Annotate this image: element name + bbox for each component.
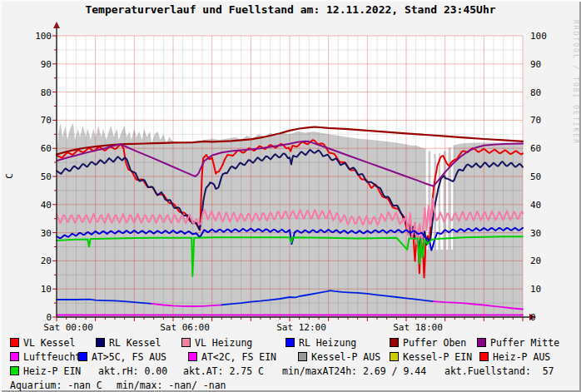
svg-text:80: 80 — [530, 87, 541, 98]
legend-swatch-icon — [479, 352, 489, 361]
legend-item: akt.AT: 2.75 C — [183, 365, 282, 377]
legend-swatch-icon — [298, 352, 307, 361]
legend-label: VL Kessel — [23, 337, 75, 349]
legend-label: Puffer Oben — [403, 337, 466, 349]
legend-row: VL KesselRL KesselVL HeizungRL HeizungPu… — [10, 335, 576, 350]
legend-swatch-icon — [78, 352, 87, 361]
legend-item: VL Kessel — [10, 337, 96, 349]
legend-label: akt.rH: 0.00 — [98, 365, 167, 377]
svg-text:Sat 00:00: Sat 00:00 — [43, 322, 93, 333]
legend-label: akt.AT: 2.75 C — [183, 365, 264, 377]
legend-item: RL Heizung — [286, 337, 390, 349]
svg-text:50: 50 — [530, 171, 541, 182]
rrdtool-graph: Temperaturverlauf und Fuellstand am: 12.… — [0, 0, 581, 392]
svg-text:100: 100 — [530, 31, 547, 42]
svg-text:Sat 12:00: Sat 12:00 — [276, 322, 326, 333]
legend-swatch-icon — [390, 352, 399, 361]
legend-row: Heiz-P EINakt.rH: 0.00akt.AT: 2.75 Cmin/… — [10, 364, 576, 378]
legend-label: Aquarium: -nan C — [10, 380, 102, 391]
legend: VL KesselRL KesselVL HeizungRL HeizungPu… — [10, 335, 576, 392]
svg-text:70: 70 — [41, 115, 52, 126]
svg-text:20: 20 — [530, 256, 541, 266]
svg-text:10: 10 — [530, 284, 541, 295]
svg-text:10: 10 — [41, 284, 52, 295]
y-axis-unit-label: C — [4, 166, 15, 186]
legend-label: akt.Fuellstand: 57 — [444, 365, 554, 377]
svg-text:40: 40 — [530, 200, 541, 211]
rrdtool-watermark: RRDTOOL / TOBI OETIKER — [572, 20, 579, 145]
legend-label: Heiz-P AUS — [493, 351, 550, 363]
svg-text:Sat 18:00: Sat 18:00 — [393, 322, 443, 333]
legend-swatch-icon — [10, 366, 19, 375]
legend-swatch-icon — [96, 338, 105, 347]
legend-item: Kessel-P EIN — [390, 351, 479, 363]
legend-label: min/max: -nan/ -nan — [117, 380, 226, 391]
legend-swatch-icon — [188, 352, 197, 361]
legend-item: Puffer Oben — [390, 337, 477, 349]
legend-label: AT<2C, FS EIN — [201, 351, 276, 363]
svg-text:90: 90 — [530, 59, 541, 70]
legend-item: AT<2C, FS EIN — [188, 351, 298, 363]
svg-text:70: 70 — [530, 115, 541, 126]
svg-text:20: 20 — [41, 256, 52, 266]
svg-text:90: 90 — [41, 59, 52, 70]
legend-label: RL Kessel — [109, 337, 161, 349]
legend-label: Kessel-P AUS — [311, 351, 380, 363]
legend-swatch-icon — [10, 352, 19, 361]
legend-item: Heiz-P AUS — [479, 351, 550, 363]
legend-swatch-icon — [181, 338, 191, 347]
legend-item: min/max: -nan/ -nan — [117, 380, 226, 391]
legend-label: VL Heizung — [195, 337, 252, 349]
legend-item: VL Heizung — [181, 337, 286, 349]
legend-label: Luftfeuchte — [23, 351, 87, 363]
legend-item: Puffer Mitte — [477, 337, 559, 349]
legend-swatch-icon — [10, 338, 19, 347]
svg-text:40: 40 — [41, 200, 52, 211]
svg-text:30: 30 — [530, 228, 541, 239]
legend-row: Aquarium: -nan Cmin/max: -nan/ -nan — [10, 378, 576, 392]
legend-swatch-icon — [390, 338, 399, 347]
svg-text:60: 60 — [41, 143, 52, 154]
legend-item: Heiz-P EIN — [10, 365, 98, 377]
legend-item: akt.Fuellstand: 57 — [444, 365, 554, 377]
legend-label: AT>5C, FS AUS — [92, 351, 166, 363]
legend-item: RL Kessel — [96, 337, 181, 349]
legend-item: akt.rH: 0.00 — [98, 365, 183, 377]
legend-label: RL Heizung — [299, 337, 356, 349]
legend-row: LuftfeuchteAT>5C, FS AUSAT<2C, FS EINKes… — [10, 350, 576, 364]
legend-label: Heiz-P EIN — [23, 365, 81, 377]
svg-text:60: 60 — [530, 143, 541, 154]
legend-label: min/maxAT24h: 2.69 / 9.44 — [282, 365, 426, 377]
svg-text:30: 30 — [41, 228, 52, 239]
legend-swatch-icon — [286, 338, 295, 347]
svg-text:100: 100 — [35, 31, 52, 42]
svg-text:50: 50 — [41, 171, 52, 182]
legend-item: Aquarium: -nan C — [10, 380, 117, 391]
legend-item: AT>5C, FS AUS — [78, 351, 188, 363]
legend-swatch-icon — [477, 338, 486, 347]
legend-item: min/maxAT24h: 2.69 / 9.44 — [282, 365, 444, 377]
legend-label: Puffer Mitte — [490, 337, 559, 349]
legend-item: Luftfeuchte — [10, 351, 78, 363]
chart-canvas: 0010102020303040405050606070708080909010… — [0, 0, 581, 333]
svg-text:0: 0 — [530, 312, 536, 323]
svg-text:80: 80 — [41, 87, 52, 98]
legend-label: Kessel-P EIN — [403, 351, 472, 363]
svg-text:Sat 06:00: Sat 06:00 — [160, 322, 210, 333]
legend-item: Kessel-P AUS — [298, 351, 390, 363]
